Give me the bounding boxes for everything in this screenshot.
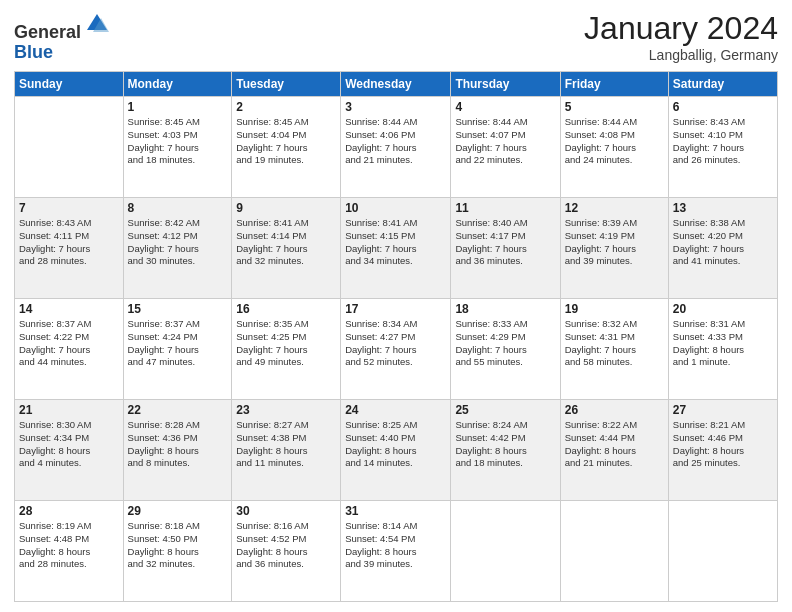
- logo-text: General Blue: [14, 10, 111, 63]
- table-row: 17Sunrise: 8:34 AM Sunset: 4:27 PM Dayli…: [341, 299, 451, 400]
- day-info: Sunrise: 8:27 AM Sunset: 4:38 PM Dayligh…: [236, 419, 336, 470]
- day-info: Sunrise: 8:19 AM Sunset: 4:48 PM Dayligh…: [19, 520, 119, 571]
- day-info: Sunrise: 8:39 AM Sunset: 4:19 PM Dayligh…: [565, 217, 664, 268]
- month-title: January 2024: [584, 10, 778, 47]
- day-info: Sunrise: 8:43 AM Sunset: 4:10 PM Dayligh…: [673, 116, 773, 167]
- day-info: Sunrise: 8:44 AM Sunset: 4:07 PM Dayligh…: [455, 116, 555, 167]
- col-sunday: Sunday: [15, 72, 124, 97]
- table-row: 8Sunrise: 8:42 AM Sunset: 4:12 PM Daylig…: [123, 198, 232, 299]
- day-info: Sunrise: 8:35 AM Sunset: 4:25 PM Dayligh…: [236, 318, 336, 369]
- title-area: January 2024 Langballig, Germany: [584, 10, 778, 63]
- table-row: 24Sunrise: 8:25 AM Sunset: 4:40 PM Dayli…: [341, 400, 451, 501]
- table-row: 31Sunrise: 8:14 AM Sunset: 4:54 PM Dayli…: [341, 501, 451, 602]
- day-info: Sunrise: 8:45 AM Sunset: 4:03 PM Dayligh…: [128, 116, 228, 167]
- day-number: 13: [673, 201, 773, 215]
- table-row: 19Sunrise: 8:32 AM Sunset: 4:31 PM Dayli…: [560, 299, 668, 400]
- calendar-table: Sunday Monday Tuesday Wednesday Thursday…: [14, 71, 778, 602]
- day-info: Sunrise: 8:28 AM Sunset: 4:36 PM Dayligh…: [128, 419, 228, 470]
- day-number: 17: [345, 302, 446, 316]
- table-row: [451, 501, 560, 602]
- day-number: 19: [565, 302, 664, 316]
- table-row: 7Sunrise: 8:43 AM Sunset: 4:11 PM Daylig…: [15, 198, 124, 299]
- day-info: Sunrise: 8:32 AM Sunset: 4:31 PM Dayligh…: [565, 318, 664, 369]
- table-row: [15, 97, 124, 198]
- day-info: Sunrise: 8:18 AM Sunset: 4:50 PM Dayligh…: [128, 520, 228, 571]
- calendar-week-row: 14Sunrise: 8:37 AM Sunset: 4:22 PM Dayli…: [15, 299, 778, 400]
- day-info: Sunrise: 8:16 AM Sunset: 4:52 PM Dayligh…: [236, 520, 336, 571]
- table-row: 25Sunrise: 8:24 AM Sunset: 4:42 PM Dayli…: [451, 400, 560, 501]
- logo: General Blue: [14, 10, 111, 63]
- day-info: Sunrise: 8:24 AM Sunset: 4:42 PM Dayligh…: [455, 419, 555, 470]
- day-info: Sunrise: 8:43 AM Sunset: 4:11 PM Dayligh…: [19, 217, 119, 268]
- table-row: 15Sunrise: 8:37 AM Sunset: 4:24 PM Dayli…: [123, 299, 232, 400]
- day-number: 30: [236, 504, 336, 518]
- table-row: 21Sunrise: 8:30 AM Sunset: 4:34 PM Dayli…: [15, 400, 124, 501]
- day-number: 1: [128, 100, 228, 114]
- day-info: Sunrise: 8:44 AM Sunset: 4:06 PM Dayligh…: [345, 116, 446, 167]
- day-info: Sunrise: 8:22 AM Sunset: 4:44 PM Dayligh…: [565, 419, 664, 470]
- day-info: Sunrise: 8:41 AM Sunset: 4:14 PM Dayligh…: [236, 217, 336, 268]
- day-info: Sunrise: 8:38 AM Sunset: 4:20 PM Dayligh…: [673, 217, 773, 268]
- table-row: 9Sunrise: 8:41 AM Sunset: 4:14 PM Daylig…: [232, 198, 341, 299]
- table-row: 13Sunrise: 8:38 AM Sunset: 4:20 PM Dayli…: [668, 198, 777, 299]
- table-row: 1Sunrise: 8:45 AM Sunset: 4:03 PM Daylig…: [123, 97, 232, 198]
- table-row: 22Sunrise: 8:28 AM Sunset: 4:36 PM Dayli…: [123, 400, 232, 501]
- day-number: 8: [128, 201, 228, 215]
- col-tuesday: Tuesday: [232, 72, 341, 97]
- day-info: Sunrise: 8:21 AM Sunset: 4:46 PM Dayligh…: [673, 419, 773, 470]
- table-row: 5Sunrise: 8:44 AM Sunset: 4:08 PM Daylig…: [560, 97, 668, 198]
- day-info: Sunrise: 8:30 AM Sunset: 4:34 PM Dayligh…: [19, 419, 119, 470]
- day-number: 28: [19, 504, 119, 518]
- calendar-header-row: Sunday Monday Tuesday Wednesday Thursday…: [15, 72, 778, 97]
- table-row: 30Sunrise: 8:16 AM Sunset: 4:52 PM Dayli…: [232, 501, 341, 602]
- day-info: Sunrise: 8:14 AM Sunset: 4:54 PM Dayligh…: [345, 520, 446, 571]
- table-row: 23Sunrise: 8:27 AM Sunset: 4:38 PM Dayli…: [232, 400, 341, 501]
- day-number: 27: [673, 403, 773, 417]
- day-number: 22: [128, 403, 228, 417]
- day-info: Sunrise: 8:37 AM Sunset: 4:24 PM Dayligh…: [128, 318, 228, 369]
- day-number: 16: [236, 302, 336, 316]
- table-row: 18Sunrise: 8:33 AM Sunset: 4:29 PM Dayli…: [451, 299, 560, 400]
- day-number: 15: [128, 302, 228, 316]
- day-info: Sunrise: 8:44 AM Sunset: 4:08 PM Dayligh…: [565, 116, 664, 167]
- calendar-week-row: 21Sunrise: 8:30 AM Sunset: 4:34 PM Dayli…: [15, 400, 778, 501]
- table-row: 20Sunrise: 8:31 AM Sunset: 4:33 PM Dayli…: [668, 299, 777, 400]
- table-row: 12Sunrise: 8:39 AM Sunset: 4:19 PM Dayli…: [560, 198, 668, 299]
- day-number: 11: [455, 201, 555, 215]
- logo-general: General: [14, 22, 81, 42]
- day-number: 24: [345, 403, 446, 417]
- table-row: 29Sunrise: 8:18 AM Sunset: 4:50 PM Dayli…: [123, 501, 232, 602]
- day-number: 9: [236, 201, 336, 215]
- day-number: 10: [345, 201, 446, 215]
- day-number: 21: [19, 403, 119, 417]
- day-number: 20: [673, 302, 773, 316]
- day-number: 2: [236, 100, 336, 114]
- day-info: Sunrise: 8:25 AM Sunset: 4:40 PM Dayligh…: [345, 419, 446, 470]
- col-saturday: Saturday: [668, 72, 777, 97]
- day-number: 23: [236, 403, 336, 417]
- day-number: 31: [345, 504, 446, 518]
- table-row: 16Sunrise: 8:35 AM Sunset: 4:25 PM Dayli…: [232, 299, 341, 400]
- table-row: 27Sunrise: 8:21 AM Sunset: 4:46 PM Dayli…: [668, 400, 777, 501]
- logo-icon: [83, 10, 111, 38]
- day-info: Sunrise: 8:33 AM Sunset: 4:29 PM Dayligh…: [455, 318, 555, 369]
- day-number: 26: [565, 403, 664, 417]
- day-number: 14: [19, 302, 119, 316]
- page-header: General Blue January 2024 Langballig, Ge…: [14, 10, 778, 63]
- day-info: Sunrise: 8:34 AM Sunset: 4:27 PM Dayligh…: [345, 318, 446, 369]
- logo-blue: Blue: [14, 42, 53, 62]
- day-info: Sunrise: 8:40 AM Sunset: 4:17 PM Dayligh…: [455, 217, 555, 268]
- table-row: 6Sunrise: 8:43 AM Sunset: 4:10 PM Daylig…: [668, 97, 777, 198]
- table-row: [560, 501, 668, 602]
- col-wednesday: Wednesday: [341, 72, 451, 97]
- day-info: Sunrise: 8:37 AM Sunset: 4:22 PM Dayligh…: [19, 318, 119, 369]
- table-row: 14Sunrise: 8:37 AM Sunset: 4:22 PM Dayli…: [15, 299, 124, 400]
- table-row: 2Sunrise: 8:45 AM Sunset: 4:04 PM Daylig…: [232, 97, 341, 198]
- table-row: 26Sunrise: 8:22 AM Sunset: 4:44 PM Dayli…: [560, 400, 668, 501]
- day-info: Sunrise: 8:41 AM Sunset: 4:15 PM Dayligh…: [345, 217, 446, 268]
- calendar-week-row: 1Sunrise: 8:45 AM Sunset: 4:03 PM Daylig…: [15, 97, 778, 198]
- table-row: 11Sunrise: 8:40 AM Sunset: 4:17 PM Dayli…: [451, 198, 560, 299]
- day-info: Sunrise: 8:42 AM Sunset: 4:12 PM Dayligh…: [128, 217, 228, 268]
- table-row: 4Sunrise: 8:44 AM Sunset: 4:07 PM Daylig…: [451, 97, 560, 198]
- day-number: 3: [345, 100, 446, 114]
